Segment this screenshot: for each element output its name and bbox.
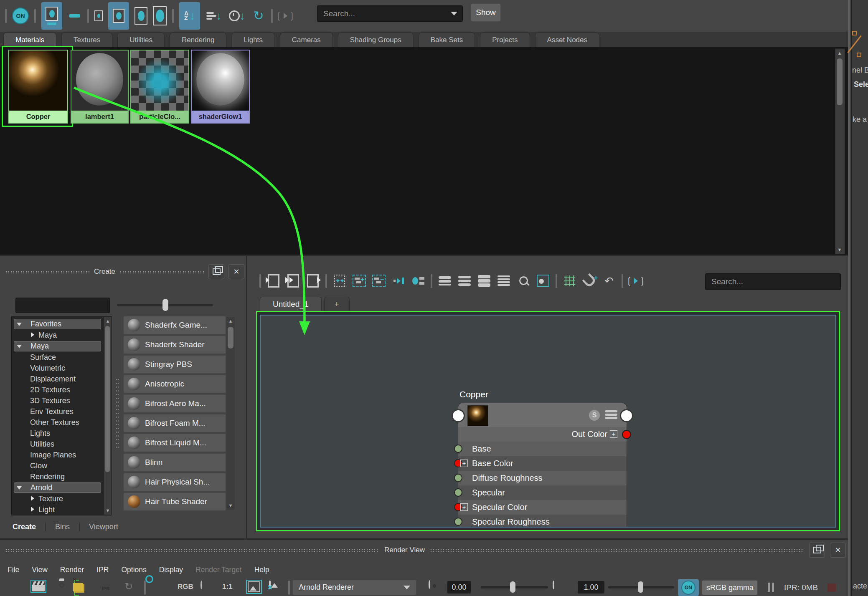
background-color-swatch[interactable] <box>827 583 836 592</box>
swatch-size-medium-button[interactable] <box>108 2 129 30</box>
graph-input-output-connections-button[interactable] <box>286 273 300 288</box>
category-favorites[interactable]: Favorites <box>14 319 101 329</box>
node-input-port[interactable] <box>452 409 465 422</box>
sort-by-type-button[interactable]: ↓ <box>206 8 222 23</box>
rgb-channels-button[interactable]: RGB <box>178 583 193 591</box>
sort-alphabetical-button[interactable]: AZ ↓ <box>179 2 200 30</box>
swatch-size-large-button[interactable] <box>135 7 147 25</box>
tab-projects[interactable]: Projects <box>480 33 530 47</box>
divider[interactable] <box>246 256 247 538</box>
attr-row-base-color[interactable]: + Base Color <box>458 456 627 471</box>
node-search-input[interactable] <box>711 277 835 287</box>
layout-graph-button[interactable] <box>411 273 425 288</box>
swatch-particlecloud[interactable]: particleClo... <box>130 50 189 124</box>
node-display-mode-icon[interactable] <box>605 410 617 419</box>
node-item-shaderfx-shader[interactable]: Shaderfx Shader <box>123 336 226 354</box>
tab-materials[interactable]: Materials <box>3 33 56 47</box>
menu-view[interactable]: View <box>32 566 48 574</box>
pin-selection-button[interactable]: ❲❳ <box>278 8 292 23</box>
sync-selection-button[interactable]: ❲❳ <box>629 273 643 288</box>
zoom-graph-button[interactable] <box>516 273 530 288</box>
expander-down-icon[interactable] <box>17 345 22 348</box>
scroll-down-icon[interactable]: ▼ <box>226 501 235 510</box>
tab-utilities[interactable]: Utilities <box>117 33 165 47</box>
scroll-down-icon[interactable]: ▼ <box>835 245 844 254</box>
category-volumetric[interactable]: Volumetric <box>12 363 111 374</box>
search-input[interactable] <box>322 9 451 19</box>
shading-group-badge[interactable]: S <box>589 410 600 421</box>
category-2d-textures[interactable]: 2D Textures <box>12 384 111 395</box>
expand-plug-icon[interactable]: + <box>460 503 468 511</box>
close-panel-button[interactable]: ✕ <box>228 264 244 279</box>
remove-selected-from-graph-button[interactable]: − <box>372 273 386 288</box>
diffuse-roughness-port[interactable] <box>454 474 462 482</box>
category-3d-textures[interactable]: 3D Textures <box>12 395 111 406</box>
expander-down-icon[interactable] <box>17 323 22 326</box>
exposure-slider[interactable] <box>481 580 548 594</box>
display-connected-mode-button[interactable] <box>457 273 472 288</box>
node-list-scrollbar[interactable]: ▲ ▼ <box>226 317 235 510</box>
tab-bake-sets[interactable]: Bake Sets <box>419 33 475 47</box>
menu-display[interactable]: Display <box>159 566 183 574</box>
category-arnold-texture[interactable]: Texture <box>12 493 111 504</box>
attr-row-diffuse-roughness[interactable]: Diffuse Roughness <box>458 471 627 485</box>
display-full-mode-button[interactable] <box>477 273 491 288</box>
node-item-hair-physical[interactable]: Hair Physical Sh... <box>123 473 226 491</box>
category-displacement[interactable]: Displacement <box>12 374 111 384</box>
node-editor-canvas[interactable]: Copper S Out Color + <box>256 311 840 531</box>
tab-shading-groups[interactable]: Shading Groups <box>338 33 414 47</box>
snap-to-grid-button[interactable] <box>582 273 596 288</box>
scroll-thumb[interactable] <box>228 327 233 349</box>
expander-right-icon[interactable] <box>31 332 34 337</box>
tab-textures[interactable]: Textures <box>61 33 112 47</box>
tab-viewport[interactable]: Viewport <box>80 523 127 531</box>
tab-asset-nodes[interactable]: Asset Nodes <box>535 33 599 47</box>
tab-untitled-1[interactable]: Untitled_1 <box>260 297 322 311</box>
slider-handle[interactable] <box>638 581 643 593</box>
expand-plug-icon[interactable]: + <box>610 430 617 438</box>
category-arnold[interactable]: Arnold <box>14 482 101 493</box>
category-other-textures[interactable]: Other Textures <box>12 417 111 428</box>
swatch-area-scrollbar[interactable]: ▲ ▼ <box>835 48 845 254</box>
browser-search-field[interactable] <box>317 5 463 22</box>
new-tab-button[interactable]: + <box>324 297 350 311</box>
node-header[interactable]: S <box>458 403 627 427</box>
pause-ipr-button[interactable] <box>768 583 774 592</box>
restore-panel-button[interactable] <box>208 264 224 279</box>
scroll-up-icon[interactable]: ▲ <box>835 49 844 57</box>
category-surface[interactable]: Surface <box>12 352 111 363</box>
chevron-down-icon[interactable] <box>451 12 457 15</box>
menu-help[interactable]: Help <box>254 566 269 574</box>
close-panel-button[interactable]: ✕ <box>830 543 846 558</box>
display-large-swatches-button[interactable] <box>41 2 62 30</box>
swatch-lambert1[interactable]: lambert1 <box>71 50 129 124</box>
scroll-up-icon[interactable]: ▲ <box>104 317 112 325</box>
display-list-button[interactable] <box>68 8 82 23</box>
node-item-shaderfx-game[interactable]: Shaderfx Game... <box>123 316 226 334</box>
color-management-toggle[interactable]: ON <box>678 579 699 596</box>
clear-graph-button[interactable]: ✦✦ <box>332 273 347 288</box>
toggle-grid-button[interactable] <box>563 273 577 288</box>
connect-on-drop-button[interactable] <box>391 273 406 288</box>
restore-previous-graph-button[interactable]: ↶ <box>602 273 616 288</box>
menu-file[interactable]: File <box>8 566 19 574</box>
display-custom-mode-button[interactable] <box>497 273 511 288</box>
tab-cameras[interactable]: Cameras <box>280 33 333 47</box>
attr-row-base[interactable]: Base <box>458 442 627 456</box>
node-editor-search-field[interactable] <box>705 273 841 290</box>
render-region-button[interactable] <box>30 580 46 593</box>
swatch-size-small-button[interactable] <box>94 10 103 21</box>
expander-right-icon[interactable] <box>31 507 34 512</box>
create-filter-input[interactable] <box>16 298 109 313</box>
node-item-hair-tube[interactable]: Hair Tube Shader <box>123 492 226 511</box>
gamma-field[interactable]: 1.00 <box>578 581 604 593</box>
sort-by-time-button[interactable]: ↓ <box>228 8 246 23</box>
tab-lights[interactable]: Lights <box>231 33 274 47</box>
slider-handle[interactable] <box>162 299 168 311</box>
node-item-bifrost-foam[interactable]: Bifrost Foam M... <box>123 414 226 432</box>
one-to-one-button[interactable]: 1:1 <box>222 583 233 591</box>
category-maya[interactable]: Maya <box>14 341 101 351</box>
exposure-field[interactable]: 0.00 <box>447 581 471 593</box>
category-list-scrollbar[interactable]: ▲ ▼ <box>104 317 111 515</box>
swatch-copper[interactable]: Copper <box>8 50 68 124</box>
